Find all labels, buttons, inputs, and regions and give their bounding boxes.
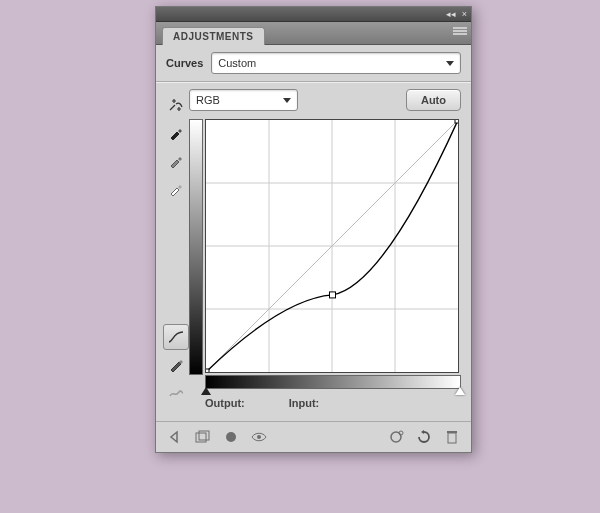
- channel-row: RGB Auto: [189, 89, 461, 111]
- pencil-mode-button[interactable]: [163, 352, 189, 378]
- preset-dropdown[interactable]: Custom: [211, 52, 461, 74]
- new-adjustment-icon[interactable]: [194, 428, 212, 446]
- readout-row: Output: Input:: [189, 389, 461, 415]
- auto-button[interactable]: Auto: [406, 89, 461, 111]
- adjustment-type-label: Curves: [166, 57, 203, 69]
- collapse-icon[interactable]: ◂◂: [446, 10, 456, 19]
- input-label: Input:: [289, 397, 320, 409]
- preset-value: Custom: [218, 57, 256, 69]
- svg-rect-8: [329, 292, 335, 298]
- tab-bar: ADJUSTMENTS: [156, 22, 471, 45]
- channel-value: RGB: [196, 94, 220, 106]
- svg-rect-9: [455, 120, 458, 123]
- output-readout: Output:: [205, 397, 249, 409]
- tab-adjustments[interactable]: ADJUSTMENTS: [162, 27, 265, 45]
- svg-point-12: [226, 432, 236, 442]
- channel-dropdown[interactable]: RGB: [189, 89, 298, 111]
- curve-mode-button[interactable]: [163, 324, 189, 350]
- svg-rect-10: [196, 433, 206, 442]
- trash-icon[interactable]: [443, 428, 461, 446]
- preset-row: Curves Custom: [156, 45, 471, 81]
- svg-rect-7: [206, 369, 209, 372]
- close-icon[interactable]: ×: [462, 10, 467, 19]
- white-point-slider[interactable]: [455, 387, 465, 395]
- input-readout: Input:: [289, 397, 324, 409]
- visibility-icon[interactable]: [250, 428, 268, 446]
- output-gradient: [189, 119, 203, 375]
- black-point-eyedropper[interactable]: [163, 120, 189, 146]
- svg-rect-11: [199, 431, 209, 440]
- chevron-down-icon: [446, 61, 454, 66]
- panel-footer: [156, 421, 471, 452]
- clip-icon[interactable]: [222, 428, 240, 446]
- left-tool-column: [162, 89, 189, 415]
- back-icon[interactable]: [166, 428, 184, 446]
- main-area: RGB Auto: [156, 89, 471, 421]
- curve-canvas[interactable]: [205, 119, 459, 373]
- previous-state-icon[interactable]: [387, 428, 405, 446]
- output-label: Output:: [205, 397, 245, 409]
- gray-point-eyedropper[interactable]: [163, 148, 189, 174]
- panel-titlebar: ◂◂ ×: [156, 7, 471, 22]
- direct-adjust-tool[interactable]: [163, 92, 189, 118]
- svg-point-13: [257, 435, 261, 439]
- chevron-down-icon: [283, 98, 291, 103]
- divider: [156, 81, 471, 83]
- reset-icon[interactable]: [415, 428, 433, 446]
- svg-rect-16: [448, 433, 456, 443]
- curve-editor[interactable]: [189, 119, 461, 389]
- svg-rect-17: [447, 431, 457, 433]
- input-gradient: [205, 375, 461, 389]
- panel-menu-icon[interactable]: [453, 26, 467, 38]
- smooth-curve-button[interactable]: [163, 380, 189, 406]
- right-column: RGB Auto: [189, 89, 461, 415]
- adjustments-panel: ◂◂ × ADJUSTMENTS Curves Custom: [155, 6, 472, 453]
- black-point-slider[interactable]: [201, 387, 211, 395]
- white-point-eyedropper[interactable]: [163, 176, 189, 202]
